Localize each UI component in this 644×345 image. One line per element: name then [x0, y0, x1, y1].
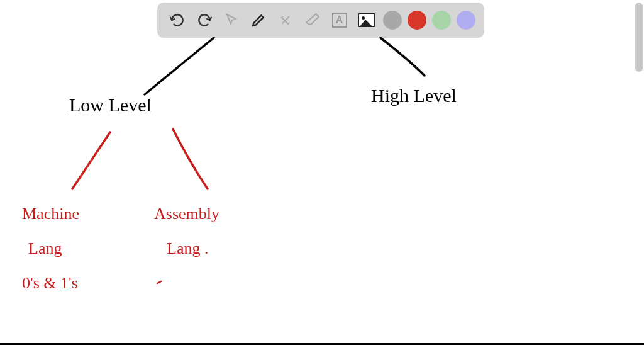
node-machine-line2: Lang: [28, 239, 62, 258]
node-machine-line1: Machine: [22, 205, 79, 223]
annotation-toolbar: A: [157, 3, 484, 38]
pen-button[interactable]: [248, 9, 269, 31]
eraser-icon: [304, 12, 321, 28]
color-red[interactable]: [408, 11, 426, 30]
color-purple[interactable]: [457, 11, 475, 30]
drawing-canvas: [0, 0, 644, 345]
text-button[interactable]: A: [329, 9, 350, 31]
undo-icon: [169, 12, 186, 28]
node-assembly-line1: Assembly: [154, 205, 219, 223]
undo-button[interactable]: [167, 9, 188, 31]
node-high-level: High Level: [371, 85, 457, 106]
pointer-icon: [224, 13, 239, 28]
vertical-scrollbar[interactable]: [635, 3, 643, 72]
node-assembly-line2: Lang .: [167, 239, 208, 258]
node-machine-line3: 0's & 1's: [22, 274, 78, 293]
eraser-button[interactable]: [302, 9, 323, 31]
image-icon: [358, 13, 375, 27]
node-low-level: Low Level: [69, 94, 152, 116]
image-button[interactable]: [356, 9, 377, 31]
redo-button[interactable]: [194, 9, 215, 31]
pointer-button[interactable]: [221, 9, 242, 31]
pen-icon: [250, 12, 267, 28]
color-gray[interactable]: [383, 11, 402, 30]
text-icon: A: [332, 13, 347, 28]
tools-button[interactable]: [275, 9, 296, 31]
redo-icon: [196, 12, 213, 28]
color-green[interactable]: [432, 11, 451, 30]
tools-icon: [278, 13, 293, 28]
